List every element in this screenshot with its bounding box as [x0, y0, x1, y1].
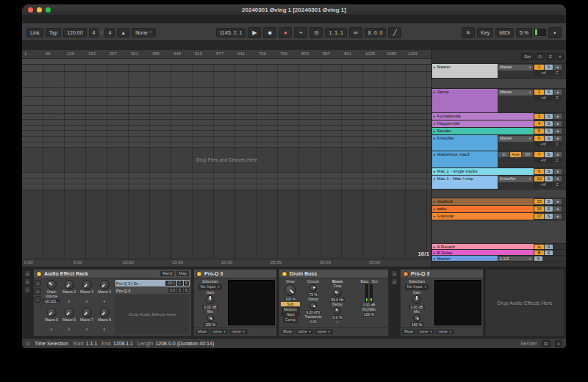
drive-value[interactable]: 100 %	[284, 297, 296, 301]
midi-map-button[interactable]: MIDI	[495, 28, 514, 37]
monitor-in-button[interactable]: In	[498, 152, 509, 157]
drum-buss-title-bar[interactable]: Drum Buss	[279, 270, 388, 278]
mute-button[interactable]: Mute	[402, 329, 415, 335]
track-fold-icon[interactable]: ▸	[434, 199, 436, 204]
automation-arm-button[interactable]: ⊙	[309, 27, 323, 38]
expand-view-icon[interactable]: ▪	[24, 286, 31, 293]
track-header[interactable]: ▸B DelayBS	[432, 250, 566, 256]
time-ruler[interactable]: 0:005:0010:0015:0020:0025:0030:0035:00	[22, 259, 431, 267]
track-header[interactable]: ▸KristofferMaster▼6S●-infC	[432, 135, 566, 151]
knob[interactable]	[65, 308, 74, 317]
mute-button[interactable]: Mute	[196, 329, 209, 335]
arrangement-lane[interactable]	[22, 97, 431, 106]
tap-tempo-button[interactable]: Tap	[46, 28, 61, 37]
track-activator-button[interactable]: 5	[534, 129, 544, 134]
output-routing-select[interactable]: Master▼	[498, 65, 533, 71]
record-button[interactable]: ●	[279, 27, 292, 38]
solo-button[interactable]: S	[545, 129, 553, 134]
track-activator-button[interactable]: 2	[534, 90, 544, 95]
track-header[interactable]: ▸MasterMaster▼1S●-infC	[432, 64, 566, 79]
track-name-cell[interactable]: ▸Master	[432, 64, 498, 78]
arm-button[interactable]: ●	[553, 169, 562, 174]
close-window-button[interactable]	[28, 7, 33, 12]
monitor-off-button[interactable]: Off	[522, 152, 533, 157]
chain-solo-button[interactable]: S	[184, 288, 189, 293]
map-button[interactable]: Map	[176, 271, 189, 277]
arm-button[interactable]: ●	[553, 136, 562, 141]
damp-knob[interactable]	[309, 302, 317, 309]
macro-knob[interactable]: Macro 40	[96, 280, 113, 306]
time-signature-denominator[interactable]: 4	[104, 28, 115, 37]
monitor-auto-button[interactable]: Auto	[510, 152, 521, 157]
boom-freq-knob[interactable]	[334, 289, 342, 297]
chain-drop-zone[interactable]: Drop Audio Effects Here	[115, 295, 190, 334]
track-activator-button[interactable]: 6	[534, 136, 544, 141]
arm-button[interactable]: ●	[553, 129, 562, 134]
track-fold-icon[interactable]: ▸	[434, 251, 436, 255]
mix-knob[interactable]	[413, 314, 420, 322]
device-drop-zone[interactable]: Drop Audio Effects Here	[485, 269, 564, 336]
volume-field[interactable]: -inf	[534, 96, 552, 101]
macro-value[interactable]: 0	[103, 299, 107, 303]
mix-knob[interactable]	[207, 314, 214, 322]
arrangement-lane[interactable]	[22, 143, 431, 148]
track-name-cell[interactable]: ▸Granular	[432, 213, 534, 220]
status-icon[interactable]: ▪	[555, 340, 562, 347]
volume-field[interactable]: -inf	[534, 71, 552, 76]
macro-knob[interactable]: Macro 50	[43, 308, 60, 334]
device-on-icon[interactable]	[36, 271, 42, 277]
output-routing-select[interactable]: 1 1/2▼	[498, 256, 533, 262]
capture-midi-button[interactable]: +	[294, 27, 307, 38]
track-activator-button[interactable]: B	[534, 251, 544, 256]
track-activator-button[interactable]: 17	[534, 214, 544, 219]
solo-button[interactable]: S	[545, 114, 553, 119]
device-view-toggle-icon[interactable]: ≡	[24, 278, 31, 285]
chain-pan-field[interactable]: C	[177, 288, 183, 293]
chain-row[interactable]: Pro-Q 3 | Dr...-18.1CS	[115, 280, 190, 286]
track-name-cell[interactable]: ▸Mac 1 - single tracks	[432, 168, 534, 175]
routing-select-1[interactable]: none▼	[295, 329, 313, 335]
arrangement-lane[interactable]	[22, 120, 431, 126]
proq-a-title-bar[interactable]: Pro-Q 3	[194, 270, 276, 278]
follow-button[interactable]: ≡	[462, 27, 475, 38]
routing-select-2[interactable]: none▼	[315, 329, 332, 335]
chain-volume-field[interactable]: -18.1	[165, 281, 176, 286]
track-activator-button[interactable]: 10	[534, 176, 544, 181]
track-name-cell[interactable]: ▸stepkick	[432, 198, 534, 205]
sidechain-input-select[interactable]: No Input▼	[405, 284, 429, 290]
comp-button[interactable]: Comp	[283, 317, 298, 323]
macro-value[interactable]: 0	[68, 327, 71, 331]
set-button[interactable]: Set	[521, 53, 534, 60]
device-on-icon[interactable]	[282, 271, 287, 277]
track-fold-icon[interactable]: ▸	[434, 90, 436, 95]
track-device-activator-icon[interactable]: ⊙	[391, 278, 398, 285]
arm-button[interactable]: ●	[553, 152, 562, 157]
routing-select-2[interactable]: none▼	[229, 329, 247, 335]
macro-knob[interactable]: Macro 70	[78, 308, 96, 334]
track-name-cell[interactable]: ▸B Delay	[432, 250, 534, 255]
track-activator-button[interactable]: 7	[534, 152, 544, 157]
scrub-area[interactable]	[22, 59, 431, 65]
pan-field[interactable]: C	[553, 71, 562, 76]
track-fold-icon[interactable]: ▸	[434, 245, 436, 249]
arrangement-lane[interactable]	[22, 184, 431, 190]
devices-toggle-icon[interactable]: ▪	[35, 296, 41, 303]
knob[interactable]	[100, 280, 110, 289]
macro-knob[interactable]: Macro 80	[96, 308, 113, 334]
track-name-cell[interactable]: ▸Kontaktmikk	[432, 113, 534, 120]
solo-button[interactable]: S	[545, 214, 553, 219]
mix-value[interactable]: 100 %	[204, 322, 217, 327]
track-header[interactable]: ▸A ReverbAS	[432, 244, 566, 250]
track-name-cell[interactable]: ▸Kristoffer	[432, 135, 498, 151]
track-name-cell[interactable]: ▸Klappemikk	[432, 120, 534, 127]
gain-value[interactable]: 0.00 dB	[202, 305, 218, 309]
track-activator-button[interactable]: 3	[534, 114, 544, 119]
metronome-icon[interactable]: ▲	[117, 28, 129, 37]
rand-button[interactable]: Rand	[160, 271, 174, 277]
knob[interactable]	[82, 280, 92, 289]
track-activator-button[interactable]: 4	[534, 121, 544, 126]
key-map-button[interactable]: Key	[477, 28, 493, 37]
pan-field[interactable]: C	[553, 182, 562, 187]
mode-hard-button[interactable]: Hard	[281, 312, 300, 317]
mode-medium-button[interactable]: Medium	[281, 307, 300, 311]
